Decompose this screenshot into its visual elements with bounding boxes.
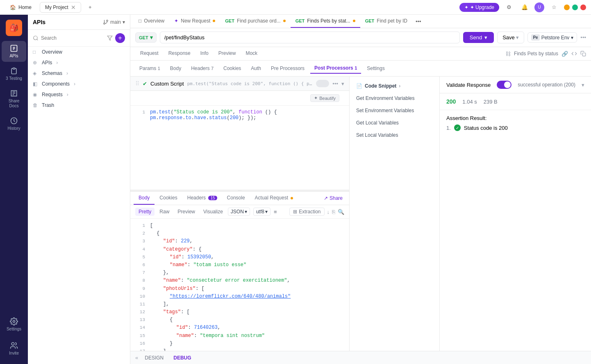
notification-icon[interactable]: 🔔	[519, 2, 530, 13]
tree-item-schemas[interactable]: ◈ Schemas ›	[28, 68, 130, 79]
tab-more-btn[interactable]: •••	[412, 17, 425, 26]
bookmark-icon[interactable]: ☆	[548, 2, 560, 13]
sidebar-invite-label: Invite	[9, 351, 19, 356]
req-tab-request[interactable]: Request	[135, 47, 164, 60]
format-raw[interactable]: Raw	[156, 208, 173, 216]
validate-toggle[interactable]	[497, 81, 511, 89]
format-visualize[interactable]: Visualize	[200, 208, 226, 216]
save-button[interactable]: Save ▾	[497, 32, 524, 43]
req-tab-info[interactable]: Info	[195, 47, 214, 60]
search-icon	[33, 35, 39, 41]
tab-find-pet-id[interactable]: GET Find pet by ID	[360, 15, 412, 28]
resp-tab-actual-request[interactable]: Actual Request	[250, 192, 298, 205]
param-tab-body[interactable]: Body	[166, 63, 185, 73]
req-tab-mock[interactable]: Mock	[241, 47, 262, 60]
param-tab-settings[interactable]: Settings	[363, 63, 389, 73]
req-tabs: Request Response Info Preview Mock ⛓ Fin…	[130, 47, 591, 61]
tree-item-apis[interactable]: ⊕ APIs ›	[28, 57, 130, 68]
send-button[interactable]: Send ▾	[463, 32, 494, 43]
encoding-selector[interactable]: utf8 ▾	[253, 208, 270, 216]
avatar[interactable]: U	[534, 2, 544, 12]
upgrade-button[interactable]: ✦ ✦ Upgrade	[459, 3, 499, 12]
debug-tab[interactable]: DEBUG	[168, 353, 196, 362]
script-expand-icon[interactable]: ▾	[341, 81, 344, 87]
sidebar-item-apis[interactable]: APIs	[2, 41, 26, 62]
tree-item-requests[interactable]: ◉ Requests ›	[28, 89, 130, 100]
left-panel: APIs main ▾ + □ Overview ⊕ APIs › ◈ Sche…	[28, 15, 130, 364]
get-env-vars-label: Get Environment Variables	[356, 95, 415, 101]
assertion-expand-icon[interactable]: ▾	[582, 82, 584, 88]
url-input[interactable]	[160, 32, 460, 43]
headers-count: 7	[211, 66, 214, 71]
param-tab-post-processors[interactable]: Post Processors 1	[310, 63, 361, 74]
req-tab-request-label: Request	[140, 50, 159, 56]
code-editor[interactable]: 1 pm.test("Status code is 200", function…	[130, 106, 349, 190]
sidebar-item-testing[interactable]: 3 Testing	[2, 63, 26, 84]
project-tab[interactable]: My Project ✕	[40, 2, 81, 13]
tab-ellipsis-btn[interactable]: •••	[580, 34, 586, 41]
url-bar: GET ▾ Send ▾ Save ▾ Pe Petstore Env ▾ ••…	[130, 28, 591, 47]
collapse-btn[interactable]: «	[134, 353, 140, 362]
req-tab-preview-label: Preview	[218, 50, 236, 56]
req-tab-response[interactable]: Response	[164, 47, 195, 60]
sidebar-item-invite[interactable]: Invite	[2, 338, 26, 359]
json-line-10: 10"https://loremflickr.com/640/480/anima…	[135, 293, 344, 301]
tab-new-request[interactable]: ✦ New Request	[169, 15, 220, 28]
env-selector[interactable]: Pe Petstore Env ▾	[527, 32, 577, 43]
set-env-vars-btn[interactable]: Set Environment Variables	[350, 104, 439, 117]
format-pretty[interactable]: Pretty	[135, 208, 155, 216]
home-tab[interactable]: 🏠 Home	[5, 3, 36, 12]
close-tab-icon[interactable]: ✕	[71, 4, 76, 11]
resp-tab-headers[interactable]: Headers 15	[182, 192, 222, 205]
tab-finds-pets[interactable]: GET Finds Pets by stat...	[291, 15, 360, 28]
search-response-icon[interactable]: 🔍	[338, 209, 344, 215]
sidebar-item-settings[interactable]: Settings	[2, 314, 26, 335]
minimize-btn[interactable]	[564, 5, 570, 10]
get-env-vars-btn[interactable]: Get Environment Variables	[350, 92, 439, 104]
resp-tab-cookies[interactable]: Cookies	[155, 192, 182, 205]
copy-response-icon[interactable]: ⎘	[332, 209, 335, 215]
method-selector[interactable]: GET ▾	[135, 32, 157, 43]
json-format-selector[interactable]: JSON ▾	[228, 208, 250, 216]
set-local-vars-btn[interactable]: Set Local Variables	[350, 129, 439, 141]
sidebar-item-history[interactable]: History	[2, 113, 26, 134]
tree-item-trash[interactable]: 🗑 Trash	[28, 100, 130, 111]
param-tab-auth[interactable]: Auth	[247, 63, 265, 73]
tree-item-components[interactable]: ◧ Components ›	[28, 79, 130, 89]
components-arrow-icon: ›	[74, 81, 75, 87]
beautify-button[interactable]: ✦ Beautify	[310, 94, 339, 102]
sidebar-item-share-docs[interactable]: Share Docs	[2, 86, 26, 112]
filter-icon[interactable]	[107, 35, 113, 41]
table-icon[interactable]: ≡	[274, 209, 277, 215]
script-more-icon[interactable]: •••	[332, 81, 338, 87]
resp-tab-body[interactable]: Body	[134, 192, 155, 205]
script-toggle[interactable]	[316, 80, 329, 87]
extraction-button[interactable]: ⊞ Extraction	[289, 208, 324, 216]
settings-icon[interactable]: ⚙	[503, 2, 515, 13]
close-btn[interactable]	[580, 5, 586, 10]
param-tab-pre-processors[interactable]: Pre Processors	[267, 63, 309, 73]
drag-handle-icon[interactable]: ⠿	[135, 80, 139, 87]
param-tab-headers[interactable]: Headers 7	[187, 63, 218, 73]
format-preview[interactable]: Preview	[174, 208, 198, 216]
json-line-3: 3"id": 229,	[135, 237, 344, 245]
tab-find-purchase[interactable]: GET Find purchase ord...	[220, 15, 290, 28]
add-tab-btn[interactable]: +	[84, 2, 96, 13]
param-tab-params[interactable]: Params 1	[135, 63, 164, 73]
param-tab-cookies[interactable]: Cookies	[219, 63, 245, 73]
tab-overview[interactable]: □ Overview	[134, 15, 169, 28]
extraction-icon: ⊞	[293, 209, 297, 215]
design-tab[interactable]: DESIGN	[140, 353, 168, 362]
add-api-btn[interactable]: +	[115, 33, 125, 43]
maximize-btn[interactable]	[572, 5, 578, 10]
share-button[interactable]: ↗ Share	[321, 194, 346, 203]
req-tab-preview[interactable]: Preview	[214, 47, 241, 60]
finds-pets-method: GET	[296, 18, 305, 23]
branch-selector[interactable]: main ▾	[103, 19, 125, 25]
search-input[interactable]	[41, 35, 105, 41]
get-local-vars-btn[interactable]: Get Local Variables	[350, 117, 439, 129]
resp-tab-console[interactable]: Console	[222, 192, 250, 205]
beautify-row: ✦ Beautify	[130, 91, 349, 106]
download-icon[interactable]: ↓	[327, 209, 330, 215]
tree-item-overview[interactable]: □ Overview	[28, 47, 130, 57]
